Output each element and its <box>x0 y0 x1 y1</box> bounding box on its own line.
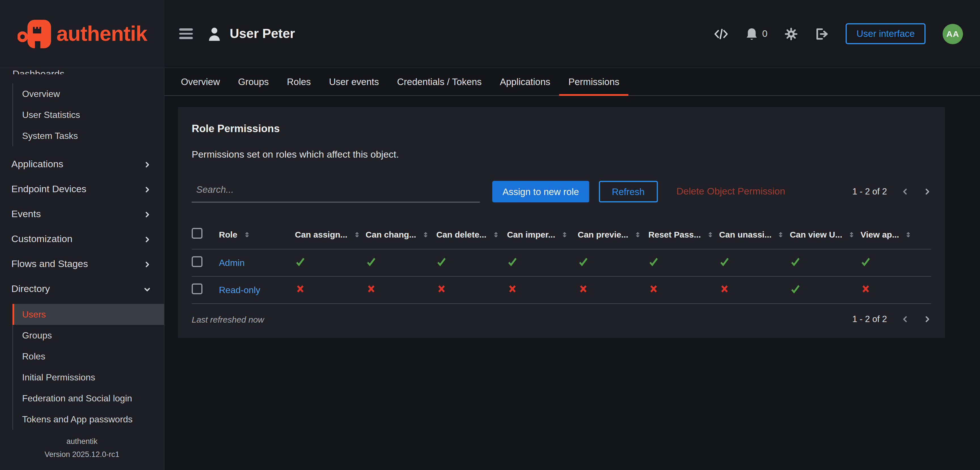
sort-icon[interactable] <box>848 230 855 238</box>
check-icon <box>790 256 800 267</box>
sidebar-item-endpoint-devices[interactable]: Endpoint Devices <box>0 177 164 202</box>
sidebar-item-label: Flows and Stages <box>11 259 88 270</box>
column-header-can-unassi[interactable]: Can unassi... <box>719 219 790 249</box>
user-interface-button[interactable]: User interface <box>846 23 926 44</box>
tab-permissions[interactable]: Permissions <box>560 68 628 95</box>
sidebar-item-label: Customization <box>11 234 72 245</box>
sidebar-item-federation-and-social-login[interactable]: Federation and Social login <box>13 388 164 409</box>
sort-icon[interactable] <box>777 230 784 238</box>
sidebar-version: Version 2025.12.0-rc1 <box>0 448 164 461</box>
sidebar-item-tokens-and-app-passwords[interactable]: Tokens and App passwords <box>13 409 164 430</box>
cross-icon <box>861 283 872 294</box>
check-icon <box>436 256 447 267</box>
sidebar-subgroup: OverviewUser StatisticsSystem Tasks <box>0 84 164 146</box>
tab-bar: OverviewGroupsRolesUser eventsCredential… <box>164 68 980 96</box>
last-refreshed-label: Last refreshed now <box>192 314 264 324</box>
sort-icon[interactable] <box>706 230 714 238</box>
sidebar-item-dashboards[interactable]: Dashboards <box>13 69 64 75</box>
sidebar-item-label: Endpoint Devices <box>11 184 86 195</box>
page-prev-icon[interactable] <box>901 188 909 195</box>
sort-icon[interactable] <box>561 230 568 238</box>
brand-wordmark: authentik <box>56 22 147 46</box>
sort-icon[interactable] <box>492 230 500 238</box>
tab-user-events[interactable]: User events <box>320 68 388 95</box>
header: authentik User Peter <box>0 0 980 68</box>
search-input[interactable] <box>192 181 480 202</box>
delete-object-permission-button[interactable]: Delete Object Permission <box>673 186 789 198</box>
sidebar-app-name: authentik <box>0 436 164 448</box>
pagination-bottom: 1 - 2 of 2 <box>853 314 931 324</box>
page-next-icon[interactable] <box>923 315 931 323</box>
settings-button[interactable] <box>784 27 798 41</box>
sidebar-item-initial-permissions[interactable]: Initial Permissions <box>13 367 164 388</box>
sidebar-nav: OverviewUser StatisticsSystem TasksAppli… <box>0 81 164 436</box>
cross-icon <box>295 283 306 294</box>
column-header-can-previe[interactable]: Can previe... <box>578 219 648 249</box>
code-icon <box>713 27 729 40</box>
page-prev-icon[interactable] <box>901 315 909 323</box>
main-content: OverviewGroupsRolesUser eventsCredential… <box>164 68 980 470</box>
tab-applications[interactable]: Applications <box>491 68 560 95</box>
tab-roles[interactable]: Roles <box>278 68 320 95</box>
column-header-can-view-u[interactable]: Can view U... <box>790 219 860 249</box>
page-next-icon[interactable] <box>923 188 931 195</box>
sidebar-item-events[interactable]: Events <box>0 202 164 227</box>
select-all-checkbox[interactable] <box>192 228 202 239</box>
notification-count: 0 <box>762 28 768 40</box>
row-checkbox-admin[interactable] <box>192 256 202 267</box>
role-permissions-card: Role Permissions Permissions set on role… <box>178 107 945 338</box>
column-header-can-chang[interactable]: Can chang... <box>366 219 436 249</box>
sidebar-footer: authentik Version 2025.12.0-rc1 <box>0 436 164 470</box>
chevron-right-icon <box>143 186 151 194</box>
sidebar-item-customization[interactable]: Customization <box>0 227 164 252</box>
sidebar-item-users[interactable]: Users <box>13 304 164 325</box>
table-row-read-only: Read-only <box>192 276 931 303</box>
sort-icon[interactable] <box>243 230 250 238</box>
chevron-right-icon <box>143 260 151 269</box>
cross-icon <box>578 283 589 294</box>
pagination-range: 1 - 2 of 2 <box>853 187 887 197</box>
brand-logo[interactable]: authentik <box>0 0 164 67</box>
api-browser-button[interactable] <box>713 27 729 40</box>
sidebar-item-roles[interactable]: Roles <box>13 346 164 367</box>
notifications-button[interactable]: 0 <box>746 27 768 41</box>
sign-out-button[interactable] <box>815 27 829 40</box>
table-footer: Last refreshed now 1 - 2 of 2 <box>192 314 931 324</box>
sidebar-subgroup: UsersGroupsRolesInitial PermissionsFeder… <box>0 304 164 430</box>
avatar[interactable]: AA <box>943 24 963 44</box>
sort-icon[interactable] <box>905 230 912 238</box>
chevron-down-icon <box>143 285 151 294</box>
page-title: User Peter <box>230 26 295 41</box>
column-header-view-ap[interactable]: View ap... <box>861 219 932 249</box>
tab-groups[interactable]: Groups <box>229 68 278 95</box>
menu-icon[interactable] <box>179 29 193 39</box>
sidebar-item-user-statistics[interactable]: User Statistics <box>13 105 164 125</box>
column-header-can-assign[interactable]: Can assign... <box>295 219 366 249</box>
sort-icon[interactable] <box>422 230 429 238</box>
column-header-can-delete[interactable]: Can delete... <box>436 219 507 249</box>
row-checkbox-read-only[interactable] <box>192 283 202 294</box>
refresh-button[interactable]: Refresh <box>599 181 658 202</box>
sidebar-item-groups[interactable]: Groups <box>13 325 164 346</box>
chevron-right-icon <box>143 210 151 219</box>
role-link-read-only[interactable]: Read-only <box>219 285 260 295</box>
sidebar-item-system-tasks[interactable]: System Tasks <box>13 125 164 146</box>
column-header-can-imper[interactable]: Can imper... <box>507 219 578 249</box>
tab-credentials-tokens[interactable]: Credentials / Tokens <box>388 68 490 95</box>
role-link-admin[interactable]: Admin <box>219 258 245 267</box>
sidebar-clipped-row: Dashboards <box>0 69 164 75</box>
sidebar-item-overview[interactable]: Overview <box>13 84 164 105</box>
tab-overview[interactable]: Overview <box>172 68 229 95</box>
sidebar-item-label: Applications <box>11 159 63 170</box>
sidebar-item-directory[interactable]: Directory <box>0 277 164 302</box>
sidebar-item-flows-and-stages[interactable]: Flows and Stages <box>0 252 164 277</box>
sidebar-item-applications[interactable]: Applications <box>0 152 164 177</box>
sort-icon[interactable] <box>634 230 641 238</box>
check-icon <box>649 256 659 267</box>
check-icon <box>578 256 589 267</box>
assign-to-new-role-button[interactable]: Assign to new role <box>492 181 589 202</box>
column-header-role[interactable]: Role <box>219 219 295 249</box>
column-header-reset-pass[interactable]: Reset Pass... <box>649 219 719 249</box>
sort-icon[interactable] <box>353 230 360 238</box>
check-icon <box>295 256 306 267</box>
